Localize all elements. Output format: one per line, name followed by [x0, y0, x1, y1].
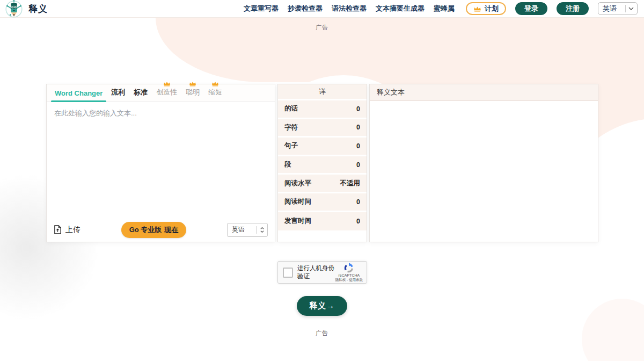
stat-row-characters: 字符 0 [278, 119, 367, 138]
input-text-area[interactable] [47, 102, 275, 218]
recaptcha-checkbox[interactable] [283, 268, 293, 278]
recaptcha-branding: reCAPTCHA 隐私权 - 使用条款 [335, 263, 363, 283]
down-chevron-icon [628, 7, 634, 10]
ad-slot-top: 广告 [0, 24, 644, 32]
editor-footer: 上传 Go 专业版 现在 英语 [47, 218, 275, 242]
tab-smart[interactable]: 聪明 [182, 81, 203, 102]
recaptcha-logo-icon [343, 263, 354, 273]
brand-title: 释义 [28, 3, 48, 15]
recaptcha-label: 进行人机身份验证 [297, 264, 335, 280]
output-title: 释义文本 [370, 84, 598, 101]
divider [625, 5, 626, 12]
recaptcha-terms-links[interactable]: 隐私权 - 使用条款 [335, 278, 363, 282]
input-language-select[interactable]: 英语 [227, 223, 268, 237]
recaptcha-widget: 进行人机身份验证 reCAPTCHA 隐私权 - 使用条款 [277, 261, 367, 284]
mode-tabbar: Word Changer 流利 标准 创造性 聪明 [47, 84, 275, 102]
brand[interactable]: 释义 [4, 0, 48, 18]
crown-icon [473, 6, 481, 12]
tab-creative[interactable]: 创造性 [152, 81, 181, 102]
top-navbar: 释义 文章重写器 抄袭检查器 语法检查器 文本摘要生成器 蜜蜂属 计划 登录 [0, 0, 644, 18]
site-language-value: 英语 [603, 4, 623, 13]
main-nav: 文章重写器 抄袭检查器 语法检查器 文本摘要生成器 蜜蜂属 计划 登录 注册 [244, 2, 638, 15]
input-editor-panel: Word Changer 流利 标准 创造性 聪明 [46, 84, 275, 242]
input-language-value: 英语 [232, 225, 254, 234]
site-language-select[interactable]: 英语 [598, 2, 638, 15]
nav-article-rewriter[interactable]: 文章重写器 [244, 4, 279, 13]
tab-word-changer[interactable]: Word Changer [51, 82, 106, 102]
stat-row-reading-time: 阅读时间 0 [278, 193, 367, 212]
upload-button[interactable]: 上传 [54, 225, 80, 235]
upload-icon [54, 225, 62, 234]
stat-row-sentences: 句子 0 [278, 138, 367, 156]
plans-button[interactable]: 计划 [466, 2, 506, 15]
login-button[interactable]: 登录 [515, 2, 547, 15]
tab-standard[interactable]: 标准 [130, 81, 151, 102]
updown-stepper-icon [259, 226, 265, 234]
paraphraser-page: 释义 文章重写器 抄袭检查器 语法检查器 文本摘要生成器 蜜蜂属 计划 登录 [0, 0, 644, 361]
nav-apis[interactable]: 蜜蜂属 [434, 4, 455, 13]
crown-icon [189, 81, 196, 86]
nav-grammar-checker[interactable]: 语法检查器 [332, 4, 367, 13]
stat-row-speaking-time: 发言时间 0 [278, 212, 367, 231]
stat-row-words: 的话 0 [278, 100, 367, 119]
ad-slot-bottom: 广告 [0, 329, 644, 337]
stat-row-reading-level: 阅读水平 不适用 [278, 175, 367, 193]
divider [256, 226, 257, 234]
mascot-logo-icon [4, 0, 24, 18]
paraphrase-button[interactable]: 释义→ [297, 296, 347, 316]
crown-icon [211, 81, 219, 86]
output-panel: 释义文本 [369, 84, 598, 242]
crown-icon [163, 81, 171, 86]
stats-title: 详 [278, 84, 367, 100]
nav-plagiarism-checker[interactable]: 抄袭检查器 [288, 4, 323, 13]
tab-shorten[interactable]: 缩短 [204, 81, 226, 102]
nav-text-summarizer[interactable]: 文本摘要生成器 [376, 4, 425, 13]
go-pro-button[interactable]: Go 专业版 现在 [121, 222, 187, 238]
signup-button[interactable]: 注册 [557, 2, 589, 15]
stat-row-paragraphs: 段 0 [278, 156, 367, 175]
stats-panel: 详 的话 0 字符 0 句子 0 段 0 阅读水平 不适用 阅读时间 0 发言时… [277, 84, 367, 242]
output-text-area [370, 101, 598, 242]
tab-fluent[interactable]: 流利 [107, 81, 129, 102]
